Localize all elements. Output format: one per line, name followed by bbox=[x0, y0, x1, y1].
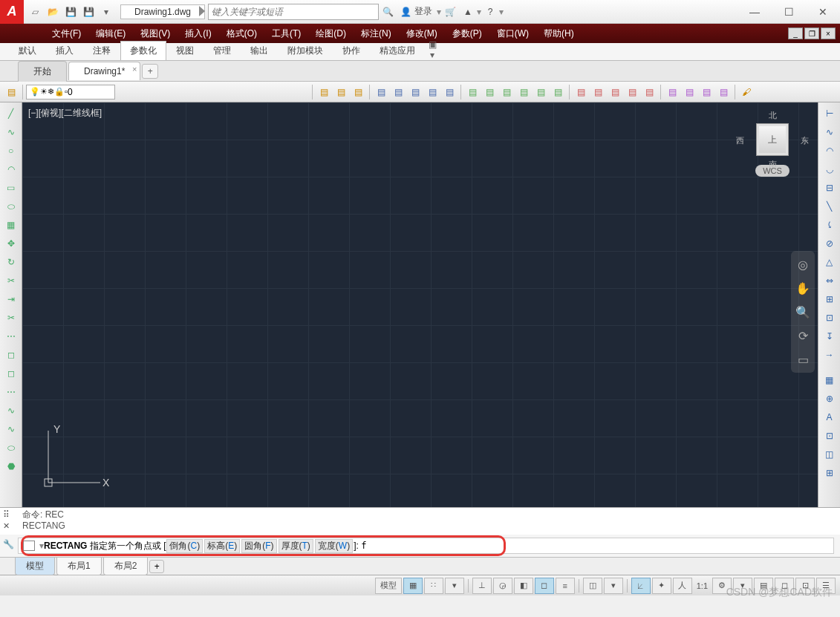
layer-props-icon[interactable]: ▤ bbox=[3, 84, 19, 100]
tb-icon[interactable]: ▤ bbox=[715, 84, 732, 100]
tb-icon[interactable]: ▤ bbox=[373, 84, 389, 100]
region-icon[interactable]: ◻ bbox=[2, 347, 20, 363]
tool-icon[interactable]: ◡ bbox=[821, 161, 839, 177]
tool-icon[interactable]: ⊡ bbox=[821, 310, 839, 326]
tb-icon[interactable]: ▤ bbox=[350, 84, 366, 100]
doc-tab-drawing1[interactable]: Drawing1*× bbox=[68, 62, 140, 80]
tb-icon[interactable]: ▤ bbox=[481, 84, 498, 100]
view-cube[interactable]: 北 西 东 上 南 WCS bbox=[739, 110, 806, 177]
saveas-icon[interactable]: 💾 bbox=[80, 4, 97, 20]
orbit-icon[interactable]: ⟳ bbox=[794, 327, 812, 345]
tool-icon[interactable]: ∿ bbox=[821, 124, 839, 140]
close-icon[interactable]: ✕ bbox=[3, 520, 16, 532]
cmd-option-width[interactable]: 宽度(W) bbox=[315, 539, 353, 553]
tool-icon[interactable]: ◠ bbox=[821, 143, 839, 159]
zoom-icon[interactable]: 🔍 bbox=[794, 303, 812, 321]
tab-close-icon[interactable]: × bbox=[132, 65, 137, 74]
viewcube-top[interactable]: 上 bbox=[756, 123, 789, 156]
cmd-option-fillet[interactable]: 圆角(F) bbox=[241, 539, 276, 553]
mdi-minimize[interactable]: _ bbox=[788, 27, 803, 39]
iso-toggle[interactable]: ◧ bbox=[514, 578, 533, 594]
open-icon[interactable]: 📂 bbox=[45, 4, 61, 20]
tool-icon[interactable]: ⊘ bbox=[821, 235, 839, 252]
wrench-icon[interactable]: 🔧 bbox=[3, 539, 14, 549]
binoculars-icon[interactable]: 🔍 bbox=[379, 3, 397, 21]
menu-dimension[interactable]: 标注(N) bbox=[354, 25, 399, 43]
grid-toggle[interactable]: ▦ bbox=[403, 578, 423, 594]
add-layout-button[interactable]: + bbox=[149, 560, 164, 573]
tab-collab[interactable]: 协作 bbox=[333, 41, 370, 60]
layout-tab-1[interactable]: 布局1 bbox=[56, 558, 102, 575]
tab-view[interactable]: 视图 bbox=[166, 41, 204, 60]
tool-icon[interactable]: ⊕ bbox=[821, 391, 839, 407]
extend-icon[interactable]: ⇥ bbox=[2, 291, 20, 307]
layout-tab-2[interactable]: 布局2 bbox=[103, 558, 149, 575]
tb-icon[interactable]: ▤ bbox=[464, 84, 481, 100]
tb-icon[interactable]: ▤ bbox=[573, 84, 589, 100]
app-logo[interactable]: A bbox=[0, 0, 24, 24]
menu-insert[interactable]: 插入(I) bbox=[178, 25, 218, 43]
tab-addons[interactable]: 附加模块 bbox=[278, 41, 333, 60]
tb-icon[interactable]: ▤ bbox=[441, 84, 458, 100]
tab-output[interactable]: 输出 bbox=[241, 41, 278, 60]
viewport-label[interactable]: [−][俯视][二维线框] bbox=[28, 107, 102, 120]
command-line[interactable]: ▾ RECTANG 指定第一个角点或 [ 倒角(C) 标高(E) 圆角(F) 厚… bbox=[18, 538, 834, 554]
trim-icon[interactable]: ✂ bbox=[2, 272, 20, 289]
app-icon[interactable]: ▲ bbox=[459, 3, 477, 21]
command-input[interactable] bbox=[361, 541, 391, 551]
add-tab-button[interactable]: + bbox=[142, 64, 158, 79]
menu-edit[interactable]: 编辑(E) bbox=[88, 25, 133, 43]
new-icon[interactable]: ▱ bbox=[27, 4, 43, 20]
dropdown-icon[interactable]: ▾ bbox=[445, 578, 464, 594]
tb-icon[interactable]: ▤ bbox=[607, 84, 623, 100]
polyline-icon[interactable]: ∿ bbox=[2, 124, 20, 140]
sb-icon[interactable]: ⊡ bbox=[795, 578, 815, 594]
osnap-toggle[interactable]: ◻ bbox=[535, 578, 554, 594]
circle-icon[interactable]: ○ bbox=[2, 143, 20, 159]
sb-icon[interactable]: ✦ bbox=[652, 578, 671, 594]
tool-icon[interactable]: A bbox=[821, 409, 839, 425]
rectangle-icon[interactable]: ▭ bbox=[2, 180, 20, 196]
menu-format[interactable]: 格式(O) bbox=[219, 25, 264, 43]
drawing-canvas[interactable]: document.write(Array.from({length:20},(_… bbox=[22, 102, 818, 507]
tab-annotate[interactable]: 注释 bbox=[83, 41, 120, 60]
tool-icon[interactable]: ⋯ bbox=[2, 328, 20, 345]
ellipse-icon[interactable]: ⬭ bbox=[2, 198, 20, 215]
menu-draw[interactable]: 绘图(D) bbox=[308, 25, 354, 43]
layout-tab-model[interactable]: 模型 bbox=[15, 558, 55, 575]
help-icon[interactable]: ? bbox=[481, 3, 499, 21]
arc-icon[interactable]: ◠ bbox=[2, 161, 20, 177]
grip-icon[interactable]: ⠿ bbox=[3, 509, 16, 520]
sb-icon[interactable]: ▾ bbox=[733, 578, 752, 594]
ucs-icon[interactable]: Y X bbox=[37, 420, 111, 494]
tool-icon[interactable]: ⋯ bbox=[2, 384, 20, 400]
tb-icon[interactable]: ▤ bbox=[664, 84, 680, 100]
tool-icon[interactable]: ⇔ bbox=[821, 272, 839, 289]
doc-tab-start[interactable]: 开始 bbox=[18, 61, 67, 82]
login-label[interactable]: 登录 bbox=[414, 5, 437, 18]
tab-manage[interactable]: 管理 bbox=[204, 41, 241, 60]
menu-file[interactable]: 文件(F) bbox=[45, 25, 88, 43]
tb-icon[interactable]: ▤ bbox=[590, 84, 606, 100]
tb-icon[interactable]: ▤ bbox=[533, 84, 549, 100]
sb-icon[interactable]: 人 bbox=[673, 578, 692, 594]
tool-icon[interactable]: △ bbox=[821, 254, 839, 270]
wheel-icon[interactable]: ◎ bbox=[794, 255, 812, 273]
tab-default[interactable]: 默认 bbox=[9, 41, 46, 60]
move-icon[interactable]: ✥ bbox=[2, 235, 20, 252]
tool-icon[interactable]: ⬣ bbox=[2, 458, 20, 474]
menu-help[interactable]: 帮助(H) bbox=[536, 25, 582, 43]
tab-featured[interactable]: 精选应用 bbox=[370, 41, 425, 60]
model-space-button[interactable]: 模型 bbox=[375, 578, 402, 594]
cart-icon[interactable]: 🛒 bbox=[441, 3, 459, 21]
minimize-button[interactable]: — bbox=[738, 1, 772, 23]
tool-icon[interactable]: ⤹ bbox=[821, 217, 839, 233]
tool-icon[interactable]: ╲ bbox=[821, 198, 839, 215]
hatch-icon[interactable]: ▦ bbox=[2, 217, 20, 233]
tab-parametric[interactable]: 参数化 bbox=[120, 41, 166, 60]
menu-view[interactable]: 视图(V) bbox=[133, 25, 178, 43]
tool-icon[interactable]: → bbox=[821, 347, 839, 363]
tb-icon[interactable]: ▤ bbox=[333, 84, 349, 100]
mdi-restore[interactable]: ❐ bbox=[804, 27, 819, 39]
ortho-toggle[interactable]: ⊥ bbox=[472, 578, 492, 594]
